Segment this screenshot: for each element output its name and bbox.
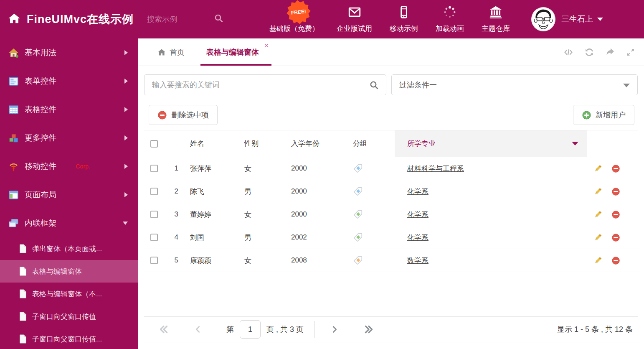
row-checkbox[interactable] (150, 211, 158, 218)
app-title: FineUIMvc在线示例 (27, 12, 134, 27)
nav-label: 企业版试用 (337, 24, 372, 33)
table-row: 4刘国男2002 化学系 (144, 226, 638, 249)
major-link[interactable]: 数学系 (407, 256, 428, 265)
search-icon[interactable] (369, 80, 379, 92)
delete-row-button[interactable] (611, 164, 620, 173)
edit-row-button[interactable] (593, 187, 602, 196)
edit-row-button[interactable] (593, 233, 602, 242)
plus-circle-icon (582, 110, 591, 120)
row-checkbox-cell (144, 234, 164, 241)
sidebar-item-form-controls[interactable]: 表单控件 (0, 67, 138, 95)
username[interactable]: 三生石上 (561, 14, 593, 25)
delete-row-button[interactable] (611, 210, 620, 219)
tab-label: 首页 (170, 47, 185, 57)
cell-year: 2008 (286, 256, 349, 265)
keyword-search-input[interactable] (145, 75, 386, 95)
row-checkbox[interactable] (150, 188, 158, 195)
add-user-label: 新增用户 (596, 110, 626, 120)
avatar[interactable] (531, 7, 555, 31)
row-checkbox[interactable] (150, 165, 158, 172)
expand-arrow-icon (124, 79, 128, 84)
nav-item-theme-repo[interactable]: 主题仓库 (473, 5, 519, 33)
sidebar-subitem-grid-edit-window-no[interactable]: 表格与编辑窗体（不... (0, 283, 138, 305)
next-page-icon[interactable] (330, 324, 339, 335)
row-checkbox[interactable] (150, 257, 158, 264)
filter-dropdown-value: 过滤条件一 (399, 80, 437, 90)
edit-row-button[interactable] (593, 164, 602, 173)
cell-actions (587, 187, 638, 196)
source-code-icon[interactable] (563, 47, 574, 57)
sidebar-item-more-controls[interactable]: 更多控件 (0, 124, 138, 152)
sidebar-item-mobile-controls[interactable]: 移动控件 Corp. (0, 152, 138, 181)
delete-icon (611, 233, 620, 242)
sidebar-subitem-grid-edit-window[interactable]: 表格与编辑窗体 (0, 260, 138, 283)
sidebar-item-iframe[interactable]: 内联框架 (0, 209, 138, 237)
column-header-major[interactable]: 所学专业 (395, 130, 587, 157)
delete-selected-button[interactable]: 删除选中项 (149, 105, 218, 125)
nav-item-enterprise-trial[interactable]: 企业版试用 (328, 5, 381, 33)
delete-row-button[interactable] (611, 187, 620, 196)
last-page-icon[interactable] (363, 324, 374, 335)
column-header-year[interactable]: 入学年份 (286, 130, 349, 157)
sidebar-item-grid-controls[interactable]: 表格控件 (0, 95, 138, 124)
nav-label: 基础版（免费） (269, 24, 319, 33)
pagination-bar: 第 页 , 共 3 页 显示 1 - 5 条 , 共 12 条 (144, 316, 638, 342)
sidebar-item-basic-usage[interactable]: 基本用法 (0, 38, 138, 67)
page-number-input[interactable] (240, 320, 261, 339)
table-row: 5康颖颖女2008 数学系 (144, 249, 638, 272)
row-number: 5 (164, 256, 182, 265)
tab-label: 表格与编辑窗体 (206, 47, 259, 57)
cell-year: 2000 (286, 187, 349, 196)
sidebar-subitem-child-to-parent-2[interactable]: 子窗口向父窗口传值... (0, 328, 138, 349)
share-icon[interactable] (605, 47, 616, 57)
cell-actions (587, 210, 638, 219)
expand-icon[interactable] (626, 47, 636, 57)
add-user-button[interactable]: 新增用户 (573, 105, 634, 125)
user-menu-caret-icon[interactable] (597, 18, 603, 21)
header-search-input[interactable] (147, 15, 210, 24)
table-row: 3董婷婷女2000 化学系 (144, 203, 638, 226)
sidebar-item-page-layout[interactable]: 页面布局 (0, 181, 138, 209)
nav-item-loading-anim[interactable]: 加载动画 (427, 5, 473, 33)
edit-row-button[interactable] (593, 256, 602, 265)
major-link[interactable]: 化学系 (407, 210, 428, 219)
column-header-gender[interactable]: 性别 (236, 130, 286, 157)
sidebar-subitem-child-to-parent[interactable]: 子窗口向父窗口传值 (0, 305, 138, 328)
first-page-icon[interactable] (158, 324, 169, 335)
data-table: 姓名 性别 入学年份 分组 所学专业 1张萍萍女2000 材料科学与工程系 2陈… (144, 130, 638, 272)
tab-home[interactable]: 首页 (151, 38, 190, 66)
cell-actions (587, 256, 638, 265)
app-header: FineUIMvc在线示例 FREE! 基础版（免费） 企业版试用 移动示例 (0, 0, 644, 38)
major-link[interactable]: 化学系 (407, 233, 428, 242)
prev-page-icon[interactable] (193, 324, 203, 335)
row-checkbox[interactable] (150, 234, 158, 241)
expand-arrow-icon (124, 135, 128, 140)
edit-icon (593, 187, 602, 196)
nav-item-mobile-demo[interactable]: 移动示例 (381, 5, 427, 33)
antenna-icon (8, 161, 19, 172)
column-header-name[interactable]: 姓名 (182, 130, 236, 157)
tab-grid-edit-window[interactable]: 表格与编辑窗体 ✕ (200, 38, 271, 66)
select-all-checkbox[interactable] (150, 140, 158, 148)
major-link[interactable]: 化学系 (407, 187, 428, 196)
major-link[interactable]: 材料科学与工程系 (407, 164, 464, 173)
delete-row-button[interactable] (611, 256, 620, 265)
edit-row-button[interactable] (593, 210, 602, 219)
spinner-icon (443, 5, 457, 24)
refresh-icon[interactable] (584, 47, 595, 57)
tab-close-icon[interactable]: ✕ (264, 43, 269, 48)
sidebar-subitem-popup-window[interactable]: 弹出窗体（本页面或... (0, 237, 138, 260)
layout-icon (8, 190, 19, 200)
filter-dropdown[interactable]: 过滤条件一 (391, 74, 638, 95)
cell-group (349, 163, 395, 173)
column-menu-caret-icon[interactable] (572, 142, 578, 145)
column-header-group[interactable]: 分组 (349, 130, 395, 157)
home-icon[interactable] (8, 12, 21, 26)
delete-row-button[interactable] (611, 233, 620, 242)
sidebar-subitem-label: 子窗口向父窗口传值... (32, 334, 102, 344)
cell-actions (587, 164, 638, 173)
header-search-icon[interactable] (214, 13, 224, 25)
cell-name: 刘国 (182, 233, 236, 242)
page-icon (19, 334, 27, 344)
cell-name: 陈飞 (182, 187, 236, 196)
